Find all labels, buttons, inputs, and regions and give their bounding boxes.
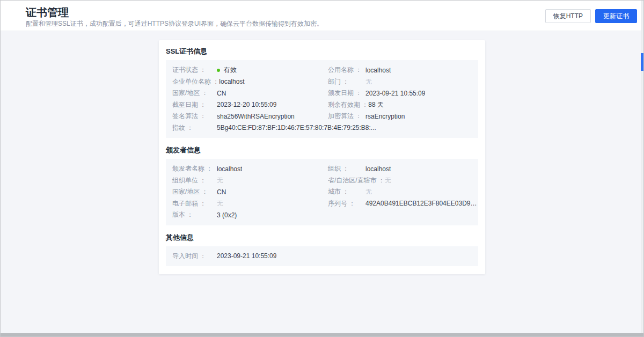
field-department: 部门 ： 无 bbox=[328, 77, 478, 86]
field-organization: 组织 ： localhost bbox=[328, 164, 478, 173]
field-label: 省/自治区/直辖市 ： bbox=[328, 176, 385, 185]
field-label: 导入时间 ： bbox=[172, 252, 217, 261]
other-info-panel: 导入时间 ： 2023-09-21 10:55:09 bbox=[166, 246, 478, 267]
field-value: sha256WithRSAEncryption bbox=[217, 113, 295, 120]
field-label: 公用名称 ： bbox=[328, 65, 365, 75]
field-value: 492A0B491EBCB12E3F804EE03D9C562C5AF828FB bbox=[365, 200, 478, 207]
field-label: 剩余有效期 ： bbox=[328, 100, 368, 109]
field-label: 组织单位 ： bbox=[172, 176, 217, 185]
field-fingerprint: 指纹 ： 5Bg40:CE:FD:87:BF:1D:46:7E:57:80:7B… bbox=[172, 123, 478, 133]
field-organizational-unit: 组织单位 ： 无 bbox=[172, 176, 328, 185]
field-issuer-country-region: 国家/地区 ： CN bbox=[172, 187, 328, 196]
section-ssl-cert-info: SSL证书信息 证书状态 ： 有效 公用名称 ： localhost bbox=[166, 47, 478, 138]
field-common-name: 公用名称 ： localhost bbox=[328, 65, 478, 75]
field-label: 国家/地区 ： bbox=[172, 89, 217, 98]
field-version: 版本 ： 3 (0x2) bbox=[172, 210, 478, 219]
issuer-info-panel: 颁发者名称 ： localhost 组织 ： localhost 组织单位 ： … bbox=[166, 159, 478, 225]
field-issuer-name: 颁发者名称 ： localhost bbox=[172, 164, 328, 173]
update-certificate-button[interactable]: 更新证书 bbox=[595, 9, 637, 23]
field-value: rsaEncryption bbox=[365, 113, 405, 120]
field-city: 城市 ： 无 bbox=[328, 187, 478, 196]
header-actions: 恢复HTTP 更新证书 bbox=[545, 9, 637, 23]
field-remaining-validity: 剩余有效期 ： 88 天 bbox=[328, 100, 478, 109]
field-row: 国家/地区 ： CN 颁发日期 ： 2023-09-21 10:55:09 bbox=[166, 87, 478, 99]
content-area: SSL证书信息 证书状态 ： 有效 公用名称 ： localhost bbox=[1, 40, 643, 274]
field-label: 电子邮箱 ： bbox=[172, 199, 217, 208]
status-text: 有效 bbox=[224, 65, 237, 75]
window-bottom-edge bbox=[1, 333, 643, 336]
field-value: localhost bbox=[217, 165, 242, 173]
field-row: 国家/地区 ： CN 城市 ： 无 bbox=[166, 186, 478, 198]
status-ok-dot-icon bbox=[217, 69, 220, 72]
field-label: 城市 ： bbox=[328, 187, 365, 196]
scrollbar-thumb[interactable] bbox=[641, 53, 643, 71]
page-title: 证书管理 bbox=[26, 6, 323, 19]
field-serial-number: 序列号 ： 492A0B491EBCB12E3F804EE03D9C562C5A… bbox=[328, 199, 478, 208]
section-title-ssl-cert-info: SSL证书信息 bbox=[166, 47, 478, 56]
field-label: 指纹 ： bbox=[172, 123, 217, 133]
field-value: 2023-09-21 10:55:09 bbox=[365, 90, 425, 97]
section-other-info: 其他信息 导入时间 ： 2023-09-21 10:55:09 bbox=[166, 233, 478, 267]
field-expiry-date: 截至日期 ： 2023-12-20 10:55:09 bbox=[172, 100, 328, 109]
field-value: CN bbox=[217, 90, 226, 97]
field-value: 5Bg40:CE:FD:87:BF:1D:46:7E:57:80:7B:4E:7… bbox=[217, 124, 376, 131]
section-title-issuer-info: 颁发者信息 bbox=[166, 146, 478, 155]
section-title-other-info: 其他信息 bbox=[166, 233, 478, 242]
field-signature-algorithm: 签名算法 ： sha256WithRSAEncryption bbox=[172, 112, 328, 121]
field-label: 截至日期 ： bbox=[172, 100, 217, 109]
certificate-management-page: 证书管理 配置和管理SSL证书，成功配置后，可通过HTTPS协议登录UI界面，确… bbox=[0, 0, 644, 337]
page-heading-block: 证书管理 配置和管理SSL证书，成功配置后，可通过HTTPS协议登录UI界面，确… bbox=[26, 6, 323, 27]
field-import-time: 导入时间 ： 2023-09-21 10:55:09 bbox=[172, 252, 478, 261]
field-value: 无 bbox=[217, 199, 223, 208]
field-label: 组织 ： bbox=[328, 164, 365, 173]
ssl-cert-info-panel: 证书状态 ： 有效 公用名称 ： localhost bbox=[166, 60, 478, 138]
field-value: 2023-12-20 10:55:09 bbox=[217, 101, 276, 108]
field-row: 版本 ： 3 (0x2) bbox=[166, 209, 478, 221]
field-label: 序列号 ： bbox=[328, 199, 365, 208]
field-encryption-algorithm: 加密算法 ： rsaEncryption bbox=[328, 112, 478, 121]
field-label: 版本 ： bbox=[172, 210, 217, 219]
page-subtitle: 配置和管理SSL证书，成功配置后，可通过HTTPS协议登录UI界面，确保云平台数… bbox=[26, 20, 323, 27]
field-value: 无 bbox=[385, 176, 391, 185]
field-value: localhost bbox=[365, 67, 391, 74]
field-province: 省/自治区/直辖市 ： 无 bbox=[328, 176, 478, 185]
field-label: 国家/地区 ： bbox=[172, 187, 217, 196]
field-value: 无 bbox=[365, 187, 372, 196]
field-cert-status: 证书状态 ： 有效 bbox=[172, 65, 328, 75]
field-value: 2023-09-21 10:55:09 bbox=[217, 252, 276, 260]
field-label: 颁发者名称 ： bbox=[172, 164, 217, 173]
restore-http-button[interactable]: 恢复HTTP bbox=[545, 9, 591, 23]
page-header: 证书管理 配置和管理SSL证书，成功配置后，可通过HTTPS协议登录UI界面，确… bbox=[1, 1, 643, 31]
field-row: 企业单位名称 ： localhost 部门 ： 无 bbox=[166, 76, 478, 88]
field-row: 签名算法 ： sha256WithRSAEncryption 加密算法 ： rs… bbox=[166, 111, 478, 122]
field-issue-date: 颁发日期 ： 2023-09-21 10:55:09 bbox=[328, 89, 478, 98]
field-value: 有效 bbox=[217, 65, 237, 75]
field-value: 88 天 bbox=[368, 100, 384, 109]
field-label: 签名算法 ： bbox=[172, 112, 217, 121]
field-value: CN bbox=[217, 188, 226, 196]
field-enterprise-unit-name: 企业单位名称 ： localhost bbox=[172, 77, 328, 86]
field-value: localhost bbox=[365, 165, 391, 173]
field-label: 加密算法 ： bbox=[328, 112, 365, 121]
field-email: 电子邮箱 ： 无 bbox=[172, 199, 328, 208]
field-label: 颁发日期 ： bbox=[328, 89, 365, 98]
field-row: 证书状态 ： 有效 公用名称 ： localhost bbox=[166, 64, 478, 76]
field-row: 导入时间 ： 2023-09-21 10:55:09 bbox=[166, 251, 478, 262]
field-country-region: 国家/地区 ： CN bbox=[172, 89, 328, 98]
scrollbar-track[interactable] bbox=[641, 1, 643, 336]
field-row: 组织单位 ： 无 省/自治区/直辖市 ： 无 bbox=[166, 175, 478, 187]
field-label: 部门 ： bbox=[328, 77, 365, 86]
field-value: 无 bbox=[365, 77, 372, 86]
certificate-detail-card: SSL证书信息 证书状态 ： 有效 公用名称 ： localhost bbox=[159, 40, 485, 274]
section-issuer-info: 颁发者信息 颁发者名称 ： localhost 组织 ： localhost bbox=[166, 146, 478, 225]
field-row: 颁发者名称 ： localhost 组织 ： localhost bbox=[166, 163, 478, 175]
field-label: 证书状态 ： bbox=[172, 65, 217, 75]
field-row: 指纹 ： 5Bg40:CE:FD:87:BF:1D:46:7E:57:80:7B… bbox=[166, 122, 478, 134]
field-value: 无 bbox=[217, 176, 223, 185]
field-row: 电子邮箱 ： 无 序列号 ： 492A0B491EBCB12E3F804EE03… bbox=[166, 198, 478, 210]
field-value: localhost bbox=[219, 78, 244, 85]
field-row: 截至日期 ： 2023-12-20 10:55:09 剩余有效期 ： 88 天 bbox=[166, 99, 478, 111]
field-label: 企业单位名称 ： bbox=[172, 77, 219, 86]
field-value: 3 (0x2) bbox=[217, 211, 237, 219]
